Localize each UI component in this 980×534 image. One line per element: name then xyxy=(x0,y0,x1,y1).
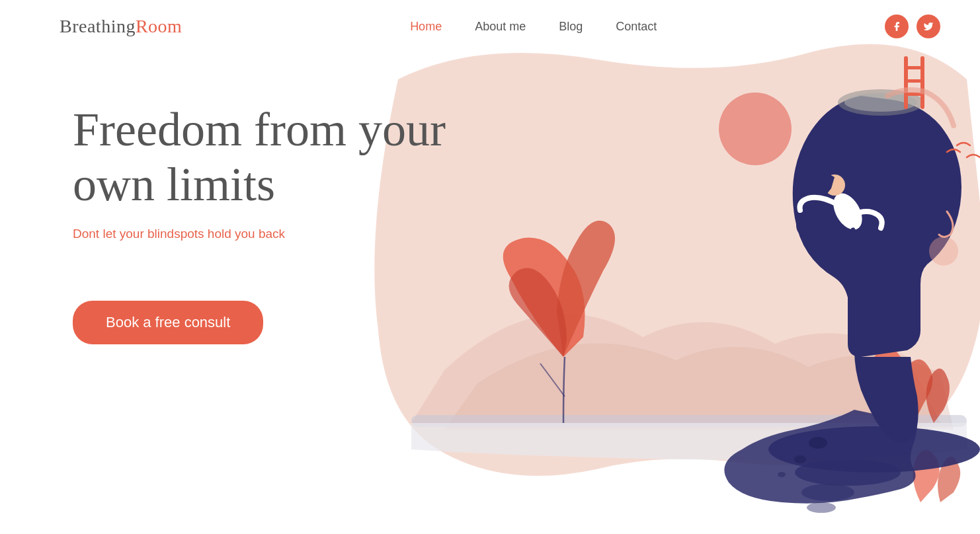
twitter-icon[interactable] xyxy=(917,15,940,38)
svg-point-13 xyxy=(929,237,958,266)
nav-links: Home About me Blog Contact xyxy=(410,20,657,34)
logo-text-part2: Room xyxy=(136,16,182,36)
facebook-icon[interactable] xyxy=(885,15,909,38)
nav-item-home[interactable]: Home xyxy=(410,20,442,34)
svg-point-17 xyxy=(794,455,806,463)
nav-link-blog[interactable]: Blog xyxy=(559,20,583,33)
nav-item-about[interactable]: About me xyxy=(475,20,526,34)
nav-link-home[interactable]: Home xyxy=(410,20,442,33)
hero-section: Freedom from your own limits Dont let yo… xyxy=(0,0,980,534)
book-consult-button[interactable]: Book a free consult xyxy=(73,301,263,344)
svg-point-16 xyxy=(809,437,827,449)
svg-point-0 xyxy=(719,93,792,165)
navbar: BreathingRoom Home About me Blog Contact xyxy=(0,0,980,38)
logo-text-part1: Breathing xyxy=(60,16,136,36)
nav-item-contact[interactable]: Contact xyxy=(616,20,657,34)
nav-link-contact[interactable]: Contact xyxy=(616,20,657,33)
svg-point-18 xyxy=(778,472,786,477)
svg-rect-10 xyxy=(904,66,924,69)
nav-link-about[interactable]: About me xyxy=(475,20,526,33)
svg-rect-11 xyxy=(904,79,924,83)
hero-subtitle: Dont let your blindspots hold you back xyxy=(73,227,456,241)
logo[interactable]: BreathingRoom xyxy=(60,16,182,37)
hero-title: Freedom from your own limits xyxy=(73,102,456,212)
nav-item-blog[interactable]: Blog xyxy=(559,20,583,34)
svg-point-7 xyxy=(807,502,836,513)
nav-social xyxy=(885,15,940,38)
hero-text-block: Freedom from your own limits Dont let yo… xyxy=(73,102,456,344)
